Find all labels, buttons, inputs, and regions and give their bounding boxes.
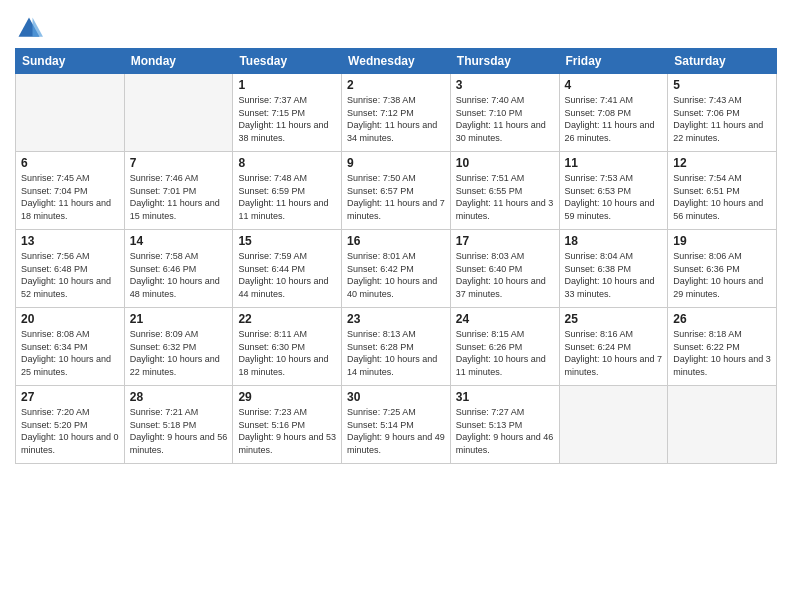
- calendar-cell: 19Sunrise: 8:06 AM Sunset: 6:36 PM Dayli…: [668, 230, 777, 308]
- calendar-cell: 3Sunrise: 7:40 AM Sunset: 7:10 PM Daylig…: [450, 74, 559, 152]
- day-info: Sunrise: 7:23 AM Sunset: 5:16 PM Dayligh…: [238, 406, 336, 456]
- day-info: Sunrise: 8:04 AM Sunset: 6:38 PM Dayligh…: [565, 250, 663, 300]
- day-number: 19: [673, 234, 771, 248]
- day-info: Sunrise: 7:41 AM Sunset: 7:08 PM Dayligh…: [565, 94, 663, 144]
- day-info: Sunrise: 7:54 AM Sunset: 6:51 PM Dayligh…: [673, 172, 771, 222]
- calendar-cell: 9Sunrise: 7:50 AM Sunset: 6:57 PM Daylig…: [342, 152, 451, 230]
- day-info: Sunrise: 8:18 AM Sunset: 6:22 PM Dayligh…: [673, 328, 771, 378]
- day-info: Sunrise: 7:46 AM Sunset: 7:01 PM Dayligh…: [130, 172, 228, 222]
- calendar-week-row: 6Sunrise: 7:45 AM Sunset: 7:04 PM Daylig…: [16, 152, 777, 230]
- calendar-cell: 18Sunrise: 8:04 AM Sunset: 6:38 PM Dayli…: [559, 230, 668, 308]
- day-info: Sunrise: 8:13 AM Sunset: 6:28 PM Dayligh…: [347, 328, 445, 378]
- day-info: Sunrise: 7:37 AM Sunset: 7:15 PM Dayligh…: [238, 94, 336, 144]
- generalblue-logo-icon: [15, 14, 43, 42]
- day-info: Sunrise: 8:08 AM Sunset: 6:34 PM Dayligh…: [21, 328, 119, 378]
- day-number: 6: [21, 156, 119, 170]
- day-number: 2: [347, 78, 445, 92]
- day-number: 12: [673, 156, 771, 170]
- calendar-cell: [124, 74, 233, 152]
- calendar-cell: 10Sunrise: 7:51 AM Sunset: 6:55 PM Dayli…: [450, 152, 559, 230]
- day-info: Sunrise: 7:43 AM Sunset: 7:06 PM Dayligh…: [673, 94, 771, 144]
- calendar-cell: 7Sunrise: 7:46 AM Sunset: 7:01 PM Daylig…: [124, 152, 233, 230]
- calendar-cell: 16Sunrise: 8:01 AM Sunset: 6:42 PM Dayli…: [342, 230, 451, 308]
- day-number: 15: [238, 234, 336, 248]
- day-number: 26: [673, 312, 771, 326]
- day-info: Sunrise: 7:51 AM Sunset: 6:55 PM Dayligh…: [456, 172, 554, 222]
- calendar-cell: 13Sunrise: 7:56 AM Sunset: 6:48 PM Dayli…: [16, 230, 125, 308]
- calendar-cell: [16, 74, 125, 152]
- day-number: 4: [565, 78, 663, 92]
- calendar-cell: 27Sunrise: 7:20 AM Sunset: 5:20 PM Dayli…: [16, 386, 125, 464]
- day-info: Sunrise: 7:45 AM Sunset: 7:04 PM Dayligh…: [21, 172, 119, 222]
- day-number: 28: [130, 390, 228, 404]
- day-number: 10: [456, 156, 554, 170]
- calendar-cell: [668, 386, 777, 464]
- day-info: Sunrise: 8:11 AM Sunset: 6:30 PM Dayligh…: [238, 328, 336, 378]
- weekday-header-friday: Friday: [559, 49, 668, 74]
- day-info: Sunrise: 7:59 AM Sunset: 6:44 PM Dayligh…: [238, 250, 336, 300]
- day-info: Sunrise: 8:09 AM Sunset: 6:32 PM Dayligh…: [130, 328, 228, 378]
- page: SundayMondayTuesdayWednesdayThursdayFrid…: [0, 0, 792, 612]
- calendar-cell: 2Sunrise: 7:38 AM Sunset: 7:12 PM Daylig…: [342, 74, 451, 152]
- calendar-cell: 20Sunrise: 8:08 AM Sunset: 6:34 PM Dayli…: [16, 308, 125, 386]
- calendar-week-row: 27Sunrise: 7:20 AM Sunset: 5:20 PM Dayli…: [16, 386, 777, 464]
- day-number: 17: [456, 234, 554, 248]
- day-number: 18: [565, 234, 663, 248]
- calendar-cell: 21Sunrise: 8:09 AM Sunset: 6:32 PM Dayli…: [124, 308, 233, 386]
- svg-marker-1: [33, 18, 44, 37]
- calendar-cell: 28Sunrise: 7:21 AM Sunset: 5:18 PM Dayli…: [124, 386, 233, 464]
- day-info: Sunrise: 8:03 AM Sunset: 6:40 PM Dayligh…: [456, 250, 554, 300]
- calendar-week-row: 13Sunrise: 7:56 AM Sunset: 6:48 PM Dayli…: [16, 230, 777, 308]
- calendar-cell: 14Sunrise: 7:58 AM Sunset: 6:46 PM Dayli…: [124, 230, 233, 308]
- calendar-cell: 29Sunrise: 7:23 AM Sunset: 5:16 PM Dayli…: [233, 386, 342, 464]
- day-info: Sunrise: 7:53 AM Sunset: 6:53 PM Dayligh…: [565, 172, 663, 222]
- calendar-cell: 12Sunrise: 7:54 AM Sunset: 6:51 PM Dayli…: [668, 152, 777, 230]
- weekday-header-wednesday: Wednesday: [342, 49, 451, 74]
- day-info: Sunrise: 8:01 AM Sunset: 6:42 PM Dayligh…: [347, 250, 445, 300]
- calendar-cell: 4Sunrise: 7:41 AM Sunset: 7:08 PM Daylig…: [559, 74, 668, 152]
- day-info: Sunrise: 8:15 AM Sunset: 6:26 PM Dayligh…: [456, 328, 554, 378]
- day-number: 27: [21, 390, 119, 404]
- day-number: 21: [130, 312, 228, 326]
- weekday-header-saturday: Saturday: [668, 49, 777, 74]
- day-number: 11: [565, 156, 663, 170]
- day-number: 3: [456, 78, 554, 92]
- weekday-header-thursday: Thursday: [450, 49, 559, 74]
- header: [15, 10, 777, 42]
- logo-area: [15, 14, 47, 42]
- day-number: 24: [456, 312, 554, 326]
- day-info: Sunrise: 7:27 AM Sunset: 5:13 PM Dayligh…: [456, 406, 554, 456]
- weekday-header-tuesday: Tuesday: [233, 49, 342, 74]
- calendar-week-row: 20Sunrise: 8:08 AM Sunset: 6:34 PM Dayli…: [16, 308, 777, 386]
- day-number: 8: [238, 156, 336, 170]
- day-number: 31: [456, 390, 554, 404]
- day-number: 29: [238, 390, 336, 404]
- day-number: 13: [21, 234, 119, 248]
- calendar-cell: 23Sunrise: 8:13 AM Sunset: 6:28 PM Dayli…: [342, 308, 451, 386]
- day-info: Sunrise: 7:20 AM Sunset: 5:20 PM Dayligh…: [21, 406, 119, 456]
- calendar-cell: 1Sunrise: 7:37 AM Sunset: 7:15 PM Daylig…: [233, 74, 342, 152]
- day-info: Sunrise: 7:38 AM Sunset: 7:12 PM Dayligh…: [347, 94, 445, 144]
- weekday-header-monday: Monday: [124, 49, 233, 74]
- weekday-header-sunday: Sunday: [16, 49, 125, 74]
- day-number: 25: [565, 312, 663, 326]
- day-number: 5: [673, 78, 771, 92]
- day-info: Sunrise: 7:58 AM Sunset: 6:46 PM Dayligh…: [130, 250, 228, 300]
- day-info: Sunrise: 8:16 AM Sunset: 6:24 PM Dayligh…: [565, 328, 663, 378]
- calendar-cell: 26Sunrise: 8:18 AM Sunset: 6:22 PM Dayli…: [668, 308, 777, 386]
- calendar-cell: 11Sunrise: 7:53 AM Sunset: 6:53 PM Dayli…: [559, 152, 668, 230]
- calendar-cell: 6Sunrise: 7:45 AM Sunset: 7:04 PM Daylig…: [16, 152, 125, 230]
- day-number: 14: [130, 234, 228, 248]
- day-number: 30: [347, 390, 445, 404]
- calendar-cell: 31Sunrise: 7:27 AM Sunset: 5:13 PM Dayli…: [450, 386, 559, 464]
- day-number: 22: [238, 312, 336, 326]
- calendar-table: SundayMondayTuesdayWednesdayThursdayFrid…: [15, 48, 777, 464]
- calendar-cell: 8Sunrise: 7:48 AM Sunset: 6:59 PM Daylig…: [233, 152, 342, 230]
- calendar-week-row: 1Sunrise: 7:37 AM Sunset: 7:15 PM Daylig…: [16, 74, 777, 152]
- day-info: Sunrise: 7:50 AM Sunset: 6:57 PM Dayligh…: [347, 172, 445, 222]
- day-number: 16: [347, 234, 445, 248]
- day-info: Sunrise: 7:21 AM Sunset: 5:18 PM Dayligh…: [130, 406, 228, 456]
- calendar-cell: [559, 386, 668, 464]
- day-info: Sunrise: 8:06 AM Sunset: 6:36 PM Dayligh…: [673, 250, 771, 300]
- day-number: 1: [238, 78, 336, 92]
